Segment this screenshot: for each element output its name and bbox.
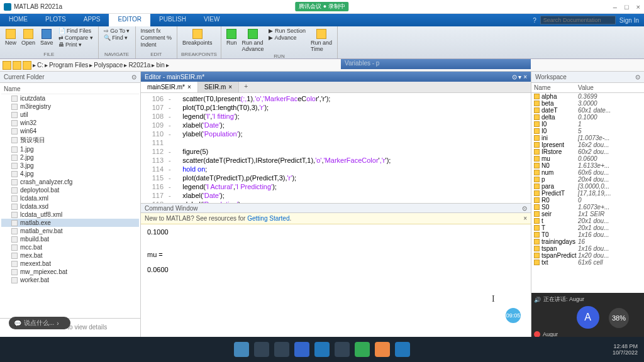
insert[interactable]: Insert fx bbox=[140, 28, 174, 34]
workspace-var[interactable]: alpha0.3699 bbox=[531, 93, 644, 100]
file-item[interactable]: win32 bbox=[1, 119, 139, 127]
file-item[interactable]: win64 bbox=[1, 127, 139, 135]
print[interactable]: 🖶 Print ▾ bbox=[57, 41, 94, 48]
timer-bubble[interactable]: 09:05 bbox=[506, 308, 521, 323]
explorer-icon[interactable] bbox=[274, 342, 289, 357]
banner-close-icon[interactable]: × bbox=[523, 215, 527, 222]
tab-view[interactable]: VIEW bbox=[195, 14, 229, 26]
close-button[interactable]: × bbox=[636, 3, 640, 11]
search-icon[interactable] bbox=[254, 342, 269, 357]
taskbar[interactable]: 12:48 PM10/7/2022 bbox=[0, 337, 644, 362]
workspace-var[interactable]: txt61x6 cell bbox=[531, 259, 644, 266]
file-item[interactable]: 2.jpg bbox=[1, 153, 139, 162]
workspace-var[interactable]: delta0.1000 bbox=[531, 114, 644, 121]
save-button[interactable]: Save bbox=[39, 28, 55, 47]
file-item[interactable]: 3.jpg bbox=[1, 162, 139, 170]
tab-editor[interactable]: EDITOR bbox=[109, 14, 150, 26]
workspace-var[interactable]: I01 bbox=[531, 121, 644, 128]
workspace-var[interactable]: T20x1 dou... bbox=[531, 224, 644, 231]
editor-tab-1[interactable]: SEIR.m× bbox=[198, 82, 239, 92]
file-item[interactable]: matlab_env.bat bbox=[1, 227, 139, 235]
code-editor[interactable]: 106- scatter(T0,Ipresent(:,1),'o','Marke… bbox=[141, 93, 531, 203]
file-item[interactable]: icutzdata bbox=[1, 94, 139, 102]
workspace-var[interactable]: dateT60x1 date... bbox=[531, 107, 644, 114]
editor-tab-0[interactable]: mainSEIR.m*× bbox=[141, 82, 198, 92]
workspace-var[interactable]: trainingdays16 bbox=[531, 238, 644, 245]
file-item[interactable]: worker.bat bbox=[1, 276, 139, 284]
matlab-icon[interactable] bbox=[375, 342, 390, 357]
file-item[interactable]: mex.bat bbox=[1, 251, 139, 260]
workspace-var[interactable]: num60x6 dou... bbox=[531, 169, 644, 176]
new-button[interactable]: New bbox=[4, 28, 18, 47]
workspace-var[interactable]: ini[1.0073e-... bbox=[531, 134, 644, 141]
breakpoints-button[interactable]: Breakpoints bbox=[181, 28, 214, 47]
comment[interactable]: Comment % bbox=[140, 35, 174, 41]
goto[interactable]: ⇨ Go To ▾ bbox=[103, 28, 131, 34]
workspace-var[interactable]: t20x1 dou... bbox=[531, 217, 644, 224]
cmdwin-menu-icon[interactable]: ⊙ bbox=[522, 205, 527, 211]
file-item[interactable]: m3iregistry bbox=[1, 102, 139, 111]
workspace-var[interactable]: p20x4 dou... bbox=[531, 176, 644, 183]
tab-home[interactable]: HOME bbox=[0, 14, 36, 26]
workspace-var[interactable]: I05 bbox=[531, 128, 644, 134]
battery-bubble[interactable]: 38% bbox=[609, 308, 629, 328]
max-button[interactable]: □ bbox=[625, 3, 629, 11]
app-icon[interactable] bbox=[314, 342, 330, 357]
workspace-var[interactable]: seir1x1 SEIR bbox=[531, 211, 644, 217]
file-item[interactable]: lcdata.xsd bbox=[1, 202, 139, 211]
tab-apps[interactable]: APPS bbox=[75, 14, 109, 26]
app-icon[interactable] bbox=[294, 342, 309, 357]
workspace-var[interactable]: R00 bbox=[531, 197, 644, 204]
workspace-var[interactable]: mu0.0600 bbox=[531, 155, 644, 162]
avatar[interactable]: A bbox=[577, 306, 599, 329]
min-button[interactable]: – bbox=[613, 3, 617, 11]
indent[interactable]: Indent bbox=[140, 41, 174, 48]
advance[interactable]: ▶ Advance bbox=[267, 35, 307, 41]
search-input[interactable] bbox=[540, 16, 616, 25]
fwd-icon[interactable] bbox=[13, 61, 21, 70]
signin-link[interactable]: Sign In bbox=[619, 17, 639, 24]
workspace-var[interactable]: N01.6133e+... bbox=[531, 162, 644, 169]
find[interactable]: 🔍 Find ▾ bbox=[103, 35, 131, 41]
file-item[interactable]: 1.jpg bbox=[1, 145, 139, 153]
address-bar[interactable]: ▸C:▸Program Files▸Polyspace▸R2021a▸bin▸ bbox=[0, 59, 644, 72]
run-button[interactable]: Run bbox=[225, 28, 238, 47]
chat-input[interactable]: 💬说点什么...› bbox=[9, 317, 70, 329]
file-item[interactable]: mcc.bat bbox=[1, 243, 139, 251]
file-item[interactable]: deploytool.bat bbox=[1, 186, 139, 194]
editor-close-icon[interactable]: ⊙ ▾ × bbox=[512, 74, 527, 80]
up-icon[interactable] bbox=[23, 61, 31, 70]
workspace-var[interactable]: T01x16 dou... bbox=[531, 231, 644, 238]
workspace-var[interactable]: para[3.0000,0... bbox=[531, 183, 644, 190]
workspace-var[interactable]: Ipresent16x2 dou... bbox=[531, 141, 644, 148]
command-window[interactable]: 0.1000 mu = 0.0600 bbox=[141, 224, 531, 339]
getting-started-link[interactable]: Getting Started bbox=[247, 215, 289, 222]
file-item[interactable]: lcdata.xml bbox=[1, 194, 139, 202]
file-item[interactable]: lcdata_utf8.xml bbox=[1, 211, 139, 219]
file-item[interactable]: mbuild.bat bbox=[1, 235, 139, 243]
run-advance-button[interactable]: Run and Advance bbox=[240, 28, 265, 53]
run-section[interactable]: ▶ Run Section bbox=[267, 28, 307, 34]
open-button[interactable]: Open bbox=[20, 28, 36, 47]
edge-icon[interactable] bbox=[335, 342, 350, 357]
workspace-var[interactable]: beta3.0000 bbox=[531, 100, 644, 107]
workspace-var[interactable]: tspan1x16 dou... bbox=[531, 245, 644, 252]
workspace-var[interactable]: PredictT[17,18,19,... bbox=[531, 190, 644, 197]
tab-plots[interactable]: PLOTS bbox=[36, 14, 75, 26]
help-icon[interactable]: ? bbox=[533, 17, 536, 24]
wechat-icon[interactable] bbox=[355, 342, 370, 357]
file-item[interactable]: mw_mpiexec.bat bbox=[1, 268, 139, 276]
back-icon[interactable] bbox=[3, 61, 11, 70]
file-item[interactable]: 4.jpg bbox=[1, 170, 139, 178]
compare[interactable]: ⇄ Compare ▾ bbox=[57, 35, 94, 41]
col-name[interactable]: Name bbox=[1, 84, 139, 94]
ws-menu-icon[interactable]: ⊙ bbox=[635, 74, 640, 80]
file-item[interactable]: util bbox=[1, 111, 139, 119]
workspace-var[interactable]: IRstore60x2 dou... bbox=[531, 148, 644, 155]
new-tab-button[interactable]: + bbox=[239, 82, 253, 92]
start-button[interactable] bbox=[234, 342, 249, 357]
pane-menu-icon[interactable]: ⊙ bbox=[131, 74, 136, 80]
file-item[interactable]: mexext.bat bbox=[1, 260, 139, 268]
file-item[interactable]: matlab.exe bbox=[1, 219, 139, 227]
find-files[interactable]: 📄 Find Files bbox=[57, 28, 94, 34]
